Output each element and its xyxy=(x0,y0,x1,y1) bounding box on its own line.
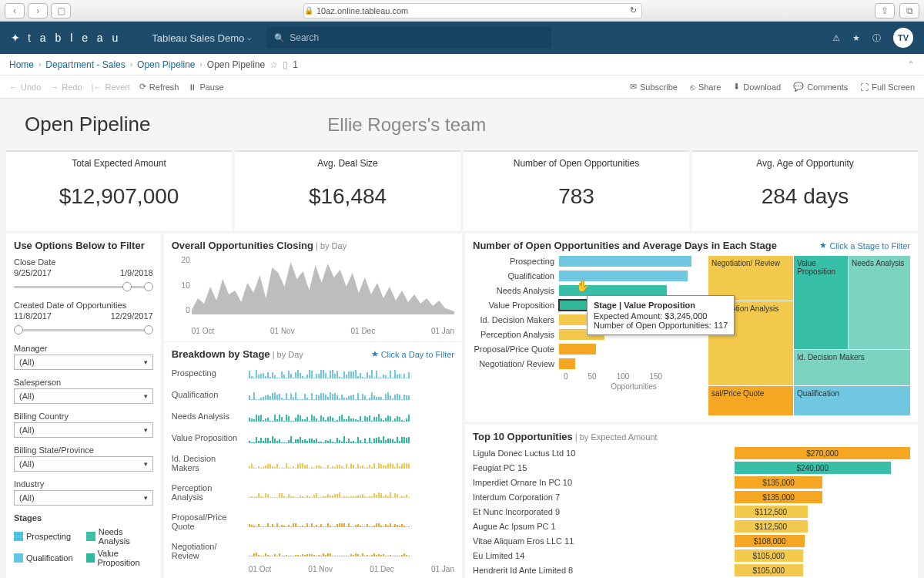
redo-button[interactable]: →Redo xyxy=(50,82,82,92)
cursor-icon: ✋ xyxy=(576,280,589,292)
kpi-value: 783 xyxy=(464,184,689,209)
breakdown-row[interactable]: Prospecting xyxy=(172,368,454,378)
stage-treemap[interactable]: Negotiation/ ReviewValue PropositionNeed… xyxy=(708,256,910,415)
pause-button[interactable]: ⏸Pause xyxy=(188,82,223,92)
stage-bar-row[interactable]: Negotiation/ Review xyxy=(473,358,704,369)
stage-tooltip: Stage | Value Proposition Expected Amoun… xyxy=(587,295,735,335)
opportunity-row[interactable]: Eu Limited 14$105,000 xyxy=(473,549,910,562)
breadcrumb: Home› Department - Sales› Open Pipeline›… xyxy=(0,54,924,76)
treemap-cell[interactable]: sal/Price Quote xyxy=(708,386,793,415)
kpi-value: $16,484 xyxy=(235,184,460,209)
breakdown-row[interactable]: Perception Analysis xyxy=(172,483,454,502)
search-input[interactable] xyxy=(290,32,544,43)
salesperson-dropdown[interactable]: (All)▾ xyxy=(14,388,153,404)
chevron-down-icon: ▾ xyxy=(144,494,148,502)
stage-bar-row[interactable]: Proposal/Price Quote xyxy=(473,344,704,355)
breakdown-pane: Breakdown by Stage | by Day ★Click a Day… xyxy=(164,341,462,578)
views-icon[interactable]: ▯ xyxy=(283,59,288,70)
team-subtitle: Ellie Rogers's team xyxy=(327,114,486,136)
opportunity-row[interactable]: Interdum Corporation 7$135,000 xyxy=(473,491,910,503)
legend-item[interactable]: Qualification xyxy=(14,549,80,567)
click-day-filter-link[interactable]: ★Click a Day to Filter xyxy=(371,349,454,359)
browser-url-bar[interactable]: 🔒 10az.online.tableau.com ↻ xyxy=(303,3,642,18)
browser-tabs-button[interactable]: ⧉ xyxy=(899,3,919,18)
legend-item[interactable]: Prospecting xyxy=(14,527,80,546)
mail-icon: ✉ xyxy=(630,82,637,92)
breakdown-row[interactable]: Proposal/Price Quote xyxy=(172,512,454,531)
avatar[interactable]: TV xyxy=(893,28,913,48)
created-date-slider[interactable] xyxy=(14,324,153,336)
revert-icon: |← xyxy=(92,82,102,92)
undo-button[interactable]: ←Undo xyxy=(9,82,41,92)
industry-dropdown[interactable]: (All)▾ xyxy=(14,490,153,506)
star-icon: ★ xyxy=(819,240,827,250)
kpi-label: Avg. Age of Opportunity xyxy=(692,158,918,169)
breadcrumb-dept[interactable]: Department - Sales xyxy=(45,59,125,70)
breakdown-row[interactable]: Qualification xyxy=(172,389,454,400)
chevron-down-icon: ▾ xyxy=(144,392,148,400)
collapse-icon[interactable]: ⌃ xyxy=(907,59,915,70)
breakdown-row[interactable]: Id. Decision Makers xyxy=(172,454,454,472)
refresh-button[interactable]: ⟳Refresh xyxy=(139,82,179,92)
opportunity-row[interactable]: Vitae Aliquam Eros LLC 11$108,000 xyxy=(473,535,910,547)
redo-icon: → xyxy=(50,82,59,92)
subscribe-button[interactable]: ✉Subscribe xyxy=(630,82,678,92)
opportunity-row[interactable]: Hendrerit Id Ante Limited 8$105,000 xyxy=(473,564,910,576)
logo-icon: ✦ xyxy=(11,32,23,44)
breadcrumb-pipeline[interactable]: Open Pipeline xyxy=(137,59,195,70)
info-icon[interactable]: ⓘ xyxy=(872,32,881,44)
comments-button[interactable]: 💬Comments xyxy=(793,82,848,92)
revert-button[interactable]: |←Revert xyxy=(92,82,130,92)
browser-back-button[interactable]: ‹ xyxy=(5,3,25,18)
close-date-slider[interactable] xyxy=(14,281,153,293)
browser-sidebar-button[interactable]: ▢ xyxy=(51,3,71,18)
tableau-logo[interactable]: ✦ t a b l e a u xyxy=(11,32,121,44)
download-icon: ⬇ xyxy=(733,82,740,92)
legend-item[interactable]: Value Proposition xyxy=(86,549,152,567)
treemap-cell[interactable]: Negotiation/ Review xyxy=(708,256,793,301)
site-switcher[interactable]: Tableau Sales Demo ⌵ xyxy=(152,32,251,44)
filters-panel: Use Options Below to Filter Close Date 9… xyxy=(6,234,161,578)
legend-swatch xyxy=(14,553,23,563)
breadcrumb-home[interactable]: Home xyxy=(9,59,34,70)
stages-legend: ProspectingNeeds AnalysisQualificationVa… xyxy=(14,527,153,567)
opportunity-row[interactable]: Imperdiet Ornare In PC 10$135,000 xyxy=(473,476,910,489)
download-button[interactable]: ⬇Download xyxy=(733,82,781,92)
click-stage-filter-link[interactable]: ★Click a Stage to Filter xyxy=(819,240,910,250)
opportunity-row[interactable]: Ligula Donec Luctus Ltd 10$270,000 xyxy=(473,447,910,459)
share-icon: ⎋ xyxy=(690,82,695,92)
opportunity-row[interactable]: Feugiat PC 15$240,000 xyxy=(473,462,910,474)
legend-item[interactable]: Needs Analysis xyxy=(86,527,152,546)
page-title: Open Pipeline xyxy=(25,113,150,136)
filters-title: Use Options Below to Filter xyxy=(14,240,153,251)
state-dropdown[interactable]: (All)▾ xyxy=(14,456,153,472)
breakdown-row[interactable]: Value Proposition xyxy=(172,432,454,443)
overall-closing-chart[interactable]: 20100 xyxy=(192,256,454,325)
treemap-cell[interactable]: Qualification xyxy=(794,386,910,415)
refresh-icon: ⟳ xyxy=(139,82,146,92)
manager-dropdown[interactable]: (All)▾ xyxy=(14,355,153,370)
breakdown-row[interactable]: Needs Analysis xyxy=(172,411,454,422)
opportunity-row[interactable]: Et Nunc Incorporated 9$112,500 xyxy=(473,506,910,518)
browser-share-button[interactable]: ⇪ xyxy=(875,3,895,18)
browser-forward-button[interactable]: › xyxy=(28,3,48,18)
favorite-icon[interactable]: ★ xyxy=(852,33,860,43)
breakdown-row[interactable]: Negotiation/ Review xyxy=(172,542,454,560)
stage-bar-row[interactable]: Prospecting xyxy=(473,256,704,267)
star-icon: ★ xyxy=(371,349,379,359)
search-bar[interactable]: 🔍 xyxy=(266,27,551,49)
fullscreen-button[interactable]: ⛶Full Screen xyxy=(860,82,915,92)
opportunity-row[interactable]: Augue Ac Ipsum PC 1$112,500 xyxy=(473,520,910,533)
kpi-value: 284 days xyxy=(692,184,918,209)
legend-swatch xyxy=(86,553,94,563)
refresh-icon[interactable]: ↻ xyxy=(630,5,641,15)
treemap-cell[interactable]: Needs Analysis xyxy=(849,256,910,349)
pause-icon: ⏸ xyxy=(188,82,196,92)
treemap-cell[interactable]: Id. Decision Makers xyxy=(794,350,910,385)
star-outline-icon[interactable]: ☆ xyxy=(270,59,278,70)
kpi-value: $12,907,000 xyxy=(6,184,232,209)
country-dropdown[interactable]: (All)▾ xyxy=(14,422,153,438)
share-button[interactable]: ⎋Share xyxy=(690,82,721,92)
alert-icon[interactable]: ⚠ xyxy=(832,33,840,43)
treemap-cell[interactable]: Value Proposition xyxy=(794,256,848,349)
